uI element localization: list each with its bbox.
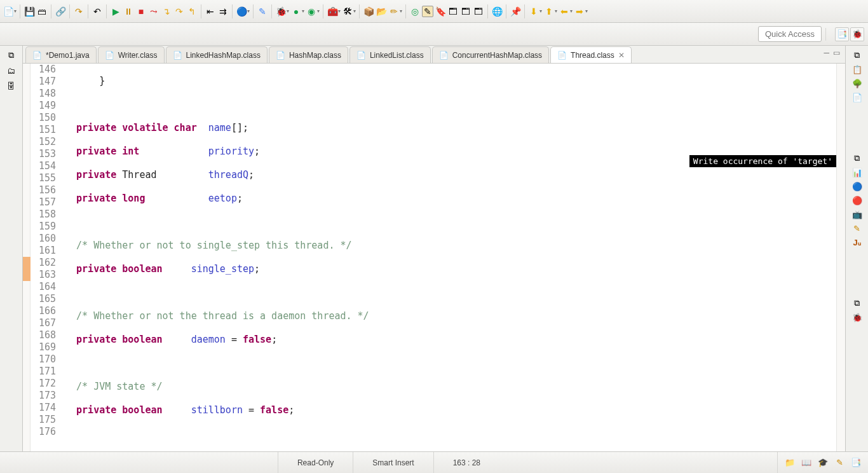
class-file-icon: 📄: [276, 51, 285, 60]
source-code[interactable]: } private volatile char name[]; private …: [60, 64, 836, 451]
right-trim: ⧉ 📋 🌳 📄 ⧉ 📊 🔵 🔴 📺 ✎ Jᵤ ⧉ 🐞: [845, 46, 868, 451]
code-line: private boolean daemon = false;: [60, 334, 836, 346]
step-filters-icon[interactable]: ⇉: [217, 6, 229, 17]
status-icon[interactable]: ✎: [834, 457, 845, 469]
maximize-icon[interactable]: ▭: [833, 48, 840, 57]
restore-icon[interactable]: ⧉: [851, 153, 863, 164]
variables-icon[interactable]: 📊: [851, 167, 863, 178]
window-2-icon[interactable]: 🗔: [460, 6, 471, 17]
code-line: private volatile char name[];: [60, 122, 836, 134]
outline-icon[interactable]: 📋: [851, 64, 863, 75]
new-class-icon[interactable]: 📂: [376, 6, 387, 17]
tab-thread[interactable]: 📄Thread.class✕: [550, 46, 632, 63]
status-mode: Read-Only: [278, 452, 353, 473]
class-file-icon: 📄: [105, 51, 114, 60]
drop-frame-icon[interactable]: ⇤: [205, 6, 216, 17]
task-icon[interactable]: 🔖: [435, 6, 446, 17]
status-bar: Read-Only Smart Insert 163 : 28 📁 📖 🎓 ✎ …: [0, 451, 868, 473]
expressions-icon[interactable]: 🔴: [851, 195, 863, 206]
save-icon[interactable]: 💾: [24, 6, 35, 17]
wand-icon[interactable]: ✎: [257, 6, 268, 17]
tab-concurrenthashmap[interactable]: 📄ConcurrentHashMap.class: [432, 46, 549, 63]
undo-icon[interactable]: ↶: [92, 6, 103, 17]
class-file-icon: 📄: [356, 51, 366, 60]
type-hierarchy-icon[interactable]: 🌳: [851, 78, 863, 89]
code-line: private Thread threadQ;: [60, 169, 836, 181]
editor-pane: 📄*Demo1.java 📄Writer.class 📄LinkedHashMa…: [23, 46, 845, 451]
code-line: [60, 287, 836, 299]
status-icon[interactable]: 📑: [850, 457, 862, 469]
class-file-icon: 📄: [557, 51, 567, 60]
status-icon[interactable]: 🎓: [817, 457, 829, 469]
editor-body[interactable]: 1461471481491501511521531541551561571581…: [23, 64, 845, 451]
step-over-icon[interactable]: ↷: [173, 6, 185, 17]
breakpoints-view-icon[interactable]: 🔵: [851, 181, 863, 192]
tasks-icon[interactable]: 📄: [851, 92, 863, 103]
window-3-icon[interactable]: 🗔: [473, 6, 484, 17]
overview-ruler[interactable]: [836, 64, 845, 451]
terminate-icon[interactable]: ■: [135, 6, 147, 17]
java-file-icon: 📄: [32, 51, 42, 60]
restore-icon[interactable]: ⧉: [851, 298, 863, 309]
link-icon[interactable]: 🔗: [55, 6, 66, 17]
quick-access-bar: Quick Access 📑 🐞: [0, 23, 868, 46]
perspective-debug-icon[interactable]: 🐞: [850, 27, 864, 41]
tab-linkedhashmap[interactable]: 📄LinkedHashMap.class: [166, 46, 268, 63]
code-line: private boolean stillborn = false;: [60, 404, 836, 416]
breakpoint-type-icon[interactable]: 🔵: [236, 6, 247, 17]
arrow-up-icon[interactable]: ⬆: [543, 6, 555, 17]
toggle-mark-icon[interactable]: ✎: [422, 6, 433, 17]
code-line: private boolean single_step;: [60, 263, 836, 275]
new-dropdown-icon[interactable]: ▾: [14, 8, 17, 14]
step-into-icon[interactable]: ↴: [161, 6, 172, 17]
tab-hashmap[interactable]: 📄HashMap.class: [269, 46, 348, 63]
debug-skip-icon[interactable]: ↷: [73, 6, 85, 17]
restore-icon[interactable]: ⧉: [851, 50, 863, 61]
code-line: }: [60, 75, 836, 87]
coverage-icon[interactable]: ◉: [306, 6, 317, 17]
step-return-icon[interactable]: ↰: [186, 6, 198, 17]
quick-access-button[interactable]: Quick Access: [758, 26, 822, 42]
debug-view-icon[interactable]: 🐞: [851, 312, 863, 323]
open-type-icon[interactable]: ◎: [409, 6, 421, 17]
arrow-down-icon[interactable]: ⬇: [528, 6, 539, 17]
window-1-icon[interactable]: 🗔: [447, 6, 459, 17]
new-package-icon[interactable]: 📦: [363, 6, 374, 17]
tab-demo1[interactable]: 📄*Demo1.java: [25, 46, 97, 63]
restore-icon[interactable]: ⧉: [6, 50, 17, 61]
status-icon[interactable]: 📁: [784, 457, 796, 469]
edit-icon[interactable]: ✎: [851, 223, 863, 234]
class-file-icon: 📄: [173, 51, 182, 60]
code-line: [60, 99, 836, 111]
resume-icon[interactable]: ▶: [110, 6, 121, 17]
package-explorer-icon[interactable]: 🗂: [6, 65, 17, 76]
class-file-icon: 📄: [439, 51, 449, 60]
close-icon[interactable]: ✕: [618, 51, 625, 60]
code-line: [60, 357, 836, 369]
junit-icon[interactable]: Jᵤ: [851, 236, 863, 248]
bug-icon[interactable]: 🐞: [275, 6, 287, 17]
console-icon[interactable]: 📺: [851, 209, 863, 220]
back-icon[interactable]: ⬅: [559, 6, 570, 17]
pin-icon[interactable]: 📌: [510, 6, 521, 17]
new-icon[interactable]: 📄: [3, 6, 14, 17]
run-icon[interactable]: ●: [290, 6, 302, 17]
save-all-icon[interactable]: 🗃: [36, 6, 48, 17]
tab-linkedlist[interactable]: 📄LinkedList.class: [349, 46, 431, 63]
occurrence-marker[interactable]: [23, 257, 31, 269]
annotation-ruler[interactable]: [23, 64, 31, 451]
external-tools-icon[interactable]: 🧰: [327, 6, 338, 17]
main-toolbar: 📄▾ 💾 🗃 🔗 ↷ ↶ ▶ ⏸ ■ ⤳ ↴ ↷ ↰ ⇤ ⇉ 🔵▾ ✎ 🐞▾ ●…: [0, 0, 868, 23]
occurrence-marker[interactable]: [23, 269, 31, 281]
new-type-icon[interactable]: ✏: [388, 6, 400, 17]
navigator-icon[interactable]: 🗄: [6, 80, 17, 92]
tab-writer[interactable]: 📄Writer.class: [98, 46, 165, 63]
minimize-icon[interactable]: ─: [824, 48, 829, 57]
disconnect-icon[interactable]: ⤳: [148, 6, 159, 17]
suspend-icon[interactable]: ⏸: [123, 6, 134, 17]
build-icon[interactable]: 🛠: [342, 6, 353, 17]
forward-icon[interactable]: ➡: [574, 6, 585, 17]
perspective-java-icon[interactable]: 📑: [835, 27, 849, 41]
status-icon[interactable]: 📖: [801, 457, 812, 469]
globe-icon[interactable]: 🌐: [491, 6, 503, 17]
